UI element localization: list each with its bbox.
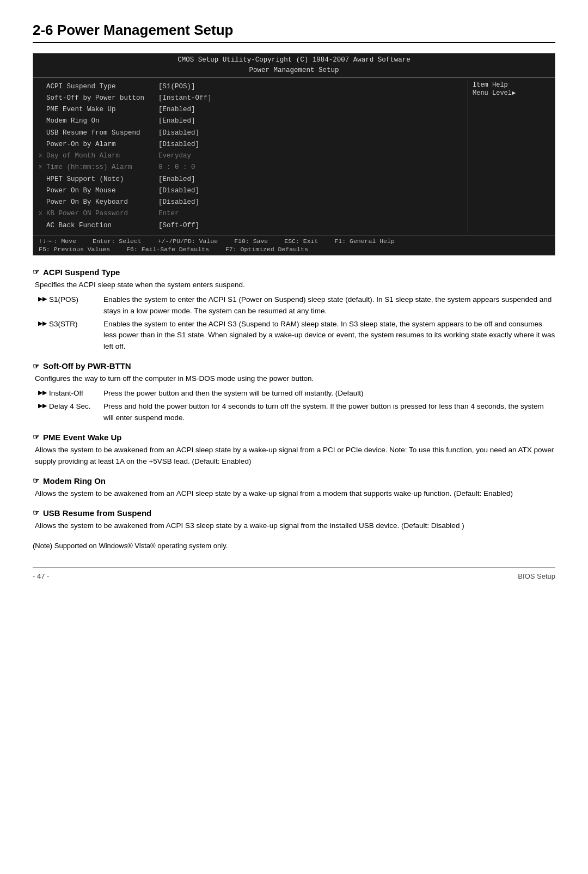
cursor-icon-pme-event-wake-up: ☞ — [33, 433, 40, 441]
bios-row-12: AC Back Function[Soft-Off] — [39, 220, 462, 232]
bios-row-11: xKB Power ON PasswordEnter — [39, 208, 462, 220]
bios-main: ACPI Suspend Type[S1(POS)] Soft-Off by P… — [33, 78, 555, 235]
section-acpi-suspend-type: ☞ACPI Suspend TypeSpecifies the ACPI sle… — [33, 268, 555, 353]
option-key-text-acpi-suspend-type-1: S3(STR) — [49, 319, 78, 330]
bios-row-1: Soft-Off by Power button[Instant-Off] — [39, 93, 462, 104]
option-val-soft-off-pwr-bttn-0: Press the power button and then the syst… — [103, 388, 555, 399]
bios-footer-cell-1-1: F5: Previous Values — [39, 246, 110, 253]
option-arrow-soft-off-pwr-bttn-0: ▶▶ — [38, 388, 47, 397]
page-title: 2-6 Power Management Setup — [33, 22, 555, 43]
section-title-text-acpi-suspend-type: ACPI Suspend Type — [43, 268, 120, 277]
bios-value-8: [Enabled] — [158, 174, 195, 185]
bios-setup-label: BIOS Setup — [518, 572, 555, 580]
option-key-soft-off-pwr-bttn-1: ▶▶Delay 4 Sec. — [38, 401, 103, 424]
bios-row-2: PME Event Wake Up[Enabled] — [39, 104, 462, 116]
bios-label-5: Power-On by Alarm — [46, 139, 116, 150]
option-key-text-soft-off-pwr-bttn-1: Delay 4 Sec. — [49, 401, 91, 412]
bios-value-5: [Disabled] — [158, 139, 199, 150]
bios-value-9: [Disabled] — [158, 185, 199, 197]
section-title-text-usb-resume-from-suspend: USB Resume from Suspend — [43, 508, 151, 518]
section-desc-soft-off-pwr-bttn: Configures the way to turn off the compu… — [35, 373, 555, 385]
bios-footer-cell-0-3: F10: Save — [234, 238, 268, 245]
bios-row-0: ACPI Suspend Type[S1(POS)] — [39, 81, 462, 93]
bios-x-mark-7: x — [39, 162, 46, 172]
cursor-icon-usb-resume-from-suspend: ☞ — [33, 508, 40, 517]
bios-value-11: Enter — [158, 208, 179, 220]
section-desc-acpi-suspend-type: Specifies the ACPI sleep state when the … — [35, 280, 555, 291]
section-desc-pme-event-wake-up: Allows the system to be awakened from an… — [35, 445, 555, 468]
option-key-text-acpi-suspend-type-0: S1(POS) — [49, 294, 78, 306]
bios-label-1: Soft-Off by Power button — [46, 93, 144, 104]
page-footer: - 47 - BIOS Setup — [33, 567, 555, 580]
bios-x-mark-11: x — [39, 208, 46, 218]
bios-row-8: HPET Support (Note)[Enabled] — [39, 174, 462, 185]
bios-x-mark-6: x — [39, 150, 46, 161]
bios-row-7: xTime (hh:mm:ss) Alarm0 : 0 : 0 — [39, 162, 462, 173]
option-val-acpi-suspend-type-1: Enables the system to enter the ACPI S3 … — [103, 319, 555, 353]
bios-row-9: Power On By Mouse[Disabled] — [39, 185, 462, 197]
bios-row-6: xDay of Month AlarmEveryday — [39, 150, 462, 162]
cursor-icon-modem-ring-on: ☞ — [33, 476, 40, 485]
bios-value-1: [Instant-Off] — [158, 93, 212, 104]
bios-label-10: Power On By Keyboard — [46, 197, 128, 208]
bios-label-2: PME Event Wake Up — [46, 104, 116, 116]
content-sections: ☞ACPI Suspend TypeSpecifies the ACPI sle… — [33, 268, 555, 532]
option-key-acpi-suspend-type-1: ▶▶S3(STR) — [38, 319, 103, 353]
item-help-label: Item Help — [473, 81, 550, 89]
section-title-acpi-suspend-type: ☞ACPI Suspend Type — [33, 268, 555, 277]
bios-label-12: AC Back Function — [46, 220, 112, 232]
option-arrow-acpi-suspend-type-0: ▶▶ — [38, 294, 47, 304]
option-table-acpi-suspend-type: ▶▶S1(POS)Enables the system to enter the… — [38, 294, 555, 353]
bios-label-8: HPET Support (Note) — [46, 174, 124, 185]
bios-header-line2: Power Management Setup — [33, 65, 555, 76]
menu-level: Menu Level▶ — [473, 89, 550, 97]
bios-footer-cell-1-4: F7: Optimized Defaults — [225, 246, 308, 253]
bios-label-4: USB Resume from Suspend — [46, 128, 140, 139]
bios-footer-cell-1-2: F6: Fail-Safe Defaults — [126, 246, 209, 253]
option-arrow-soft-off-pwr-bttn-1: ▶▶ — [38, 401, 47, 410]
option-key-acpi-suspend-type-0: ▶▶S1(POS) — [38, 294, 103, 317]
option-arrow-acpi-suspend-type-1: ▶▶ — [38, 319, 47, 328]
section-desc-modem-ring-on: Allows the system to be awakened from an… — [35, 488, 555, 500]
option-row-soft-off-pwr-bttn-0: ▶▶Instant-OffPress the power button and … — [38, 388, 555, 399]
bios-value-3: [Enabled] — [158, 116, 195, 127]
section-soft-off-pwr-bttn: ☞Soft-Off by PWR-BTTNConfigures the way … — [33, 361, 555, 424]
bios-footer-cell-0-2: +/-/PU/PD: Value — [158, 238, 218, 245]
option-table-soft-off-pwr-bttn: ▶▶Instant-OffPress the power button and … — [38, 388, 555, 424]
bios-setup-box: CMOS Setup Utility-Copyright (C) 1984-20… — [33, 53, 555, 256]
bios-label-6: Day of Month Alarm — [46, 150, 120, 162]
bios-label-7: Time (hh:mm:ss) Alarm — [46, 162, 132, 173]
bios-value-4: [Disabled] — [158, 128, 199, 139]
option-val-soft-off-pwr-bttn-1: Press and hold the power button for 4 se… — [103, 401, 555, 424]
option-val-acpi-suspend-type-0: Enables the system to enter the ACPI S1 … — [103, 294, 555, 317]
option-row-acpi-suspend-type-1: ▶▶S3(STR)Enables the system to enter the… — [38, 319, 555, 353]
section-modem-ring-on: ☞Modem Ring OnAllows the system to be aw… — [33, 476, 555, 500]
cursor-icon-soft-off-pwr-bttn: ☞ — [33, 362, 40, 371]
section-title-usb-resume-from-suspend: ☞USB Resume from Suspend — [33, 508, 555, 518]
bios-header: CMOS Setup Utility-Copyright (C) 1984-20… — [33, 53, 555, 78]
bios-row-3: Modem Ring On[Enabled] — [39, 116, 462, 127]
bios-label-0: ACPI Suspend Type — [46, 81, 116, 93]
bios-value-0: [S1(POS)] — [158, 81, 195, 93]
cursor-icon-acpi-suspend-type: ☞ — [33, 268, 40, 276]
bios-label-11: KB Power ON Password — [46, 208, 128, 220]
bios-row-10: Power On By Keyboard[Disabled] — [39, 197, 462, 208]
bios-footer-cell-0-1: Enter: Select — [93, 238, 142, 245]
bios-footer-cell-0-0: ↑↓→←: Move — [39, 238, 76, 245]
option-key-text-soft-off-pwr-bttn-0: Instant-Off — [49, 388, 83, 399]
section-title-soft-off-pwr-bttn: ☞Soft-Off by PWR-BTTN — [33, 361, 555, 371]
section-pme-event-wake-up: ☞PME Event Wake UpAllows the system to b… — [33, 433, 555, 468]
page-number: - 47 - — [33, 572, 49, 580]
bios-value-6: Everyday — [158, 150, 191, 162]
bios-row-5: Power-On by Alarm[Disabled] — [39, 139, 462, 150]
note-text: (Note) Supported on Windows® Vista® oper… — [33, 541, 555, 551]
section-title-text-modem-ring-on: Modem Ring On — [43, 476, 106, 485]
option-key-soft-off-pwr-bttn-0: ▶▶Instant-Off — [38, 388, 103, 399]
section-title-text-pme-event-wake-up: PME Event Wake Up — [43, 433, 121, 442]
bios-header-line1: CMOS Setup Utility-Copyright (C) 1984-20… — [33, 55, 555, 65]
bios-label-9: Power On By Mouse — [46, 185, 116, 197]
option-row-acpi-suspend-type-0: ▶▶S1(POS)Enables the system to enter the… — [38, 294, 555, 317]
bios-value-2: [Enabled] — [158, 104, 195, 116]
bios-value-10: [Disabled] — [158, 197, 199, 208]
bios-footer-cell-0-5: F1: General Help — [334, 238, 394, 245]
